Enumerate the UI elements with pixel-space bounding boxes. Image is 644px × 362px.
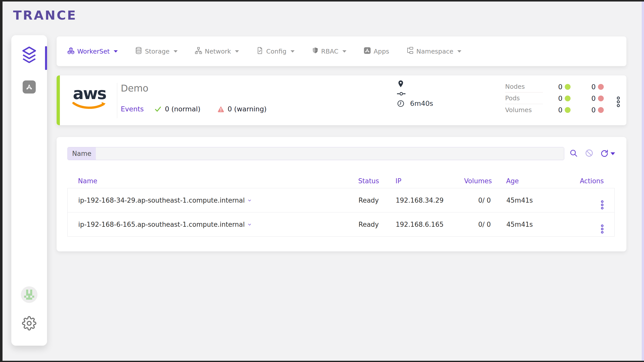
check-icon: [154, 105, 162, 113]
app-store-icon: [364, 47, 371, 56]
aws-logo: aws: [71, 85, 108, 112]
table-header: Name Status IP Volumes Age Actions: [67, 175, 615, 187]
cluster-card: aws Demo Events 0 (normal): [57, 75, 626, 125]
settings-button[interactable]: [22, 316, 36, 332]
window-frame-top: [0, 0, 644, 2]
cluster-menu-button[interactable]: [617, 97, 620, 107]
user-avatar[interactable]: [21, 286, 37, 303]
divider: [117, 83, 117, 118]
database-icon: [135, 47, 142, 56]
node-age: 45m41s: [491, 221, 566, 228]
filter-field-selector[interactable]: Name: [68, 147, 96, 160]
sidebar-item-workloads[interactable]: [11, 46, 47, 65]
nav-item-config[interactable]: Config: [256, 47, 294, 56]
kebab-icon: [601, 200, 603, 203]
nav-label: Config: [266, 48, 286, 55]
trance-logo: TRANCE: [13, 8, 77, 23]
cubes-icon: [67, 47, 75, 56]
clear-filter-button[interactable]: [585, 149, 593, 158]
name-filter-input[interactable]: [96, 147, 564, 160]
window-frame-bottom: [0, 361, 644, 362]
kebab-icon: [617, 97, 620, 100]
warning-events: 0 (warning): [217, 105, 267, 113]
chevron-down-icon: [342, 50, 346, 53]
green-dot: [565, 84, 571, 90]
filter-toolbar: [569, 147, 615, 160]
chevron-down-icon: [235, 50, 239, 53]
cluster-age: 6m40s: [397, 100, 433, 107]
chevron-down-icon: [114, 50, 118, 53]
cluster-version: [397, 91, 433, 97]
node-ip: 192.168.34.29: [396, 197, 464, 204]
node-name: ip-192-168-34-29.ap-southeast-1.compute.…: [78, 197, 245, 204]
chevron-down-icon: [611, 152, 615, 155]
file-check-icon: [256, 47, 264, 56]
nav-item-network[interactable]: Network: [195, 47, 239, 56]
column-header-ip[interactable]: IP: [395, 177, 464, 185]
namespace-tree-icon: [406, 47, 414, 56]
chevron-down-icon: [174, 50, 178, 53]
column-header-status[interactable]: Status: [358, 177, 395, 185]
stat-label: Volumes: [505, 104, 543, 116]
location-pin-icon: [397, 80, 405, 88]
red-dot: [598, 107, 604, 113]
cluster-stats: Nodes 0 0 Pods 0 0: [505, 81, 604, 116]
kebab-icon: [601, 224, 603, 227]
nav-item-storage[interactable]: Storage: [135, 47, 178, 56]
search-button[interactable]: [569, 149, 578, 158]
stat-ok: 0: [543, 106, 571, 114]
shield-icon: [312, 47, 319, 56]
nodes-table-card: Name: [57, 137, 626, 251]
row-menu-button[interactable]: [601, 224, 603, 234]
table-row: ip-192-168-6-165.ap-southeast-1.compute.…: [67, 212, 615, 237]
nav-label: Apps: [374, 48, 389, 55]
app-window: TRANCE: [0, 0, 644, 362]
sidebar-footer: [11, 286, 47, 346]
cluster-region: [397, 80, 433, 88]
cluster-accent-bar: [57, 75, 60, 125]
node-ip: 192.168.6.165: [396, 221, 464, 228]
warning-icon: [217, 105, 225, 113]
column-header-volumes[interactable]: Volumes: [464, 177, 491, 185]
aws-logo-text: aws: [71, 85, 108, 102]
sidebar: [11, 35, 47, 346]
table-row: ip-192-168-34-29.ap-southeast-1.compute.…: [67, 188, 615, 212]
aws-smile-icon: [72, 102, 107, 111]
green-dot: [565, 96, 571, 101]
column-header-actions[interactable]: Actions: [566, 177, 604, 185]
stat-fail: 0: [574, 83, 604, 91]
page-scrollbar[interactable]: [642, 2, 644, 361]
window-frame-left: [0, 0, 3, 362]
events-link[interactable]: Events: [121, 105, 144, 113]
stat-row-pods: Pods 0 0: [505, 93, 604, 104]
column-header-age[interactable]: Age: [491, 177, 566, 185]
stat-row-nodes: Nodes 0 0: [505, 81, 604, 93]
sidebar-item-apps[interactable]: [11, 80, 47, 94]
git-commit-icon: [397, 91, 406, 97]
sitemap-icon: [195, 47, 202, 56]
app-store-icon: [23, 80, 36, 94]
nav-label: Namespace: [416, 48, 453, 55]
node-name-cell[interactable]: ip-192-168-6-165.ap-southeast-1.compute.…: [78, 221, 358, 228]
red-dot: [598, 96, 604, 101]
nav-item-apps[interactable]: Apps: [364, 47, 389, 56]
gear-icon: [22, 327, 36, 332]
stat-label: Pods: [505, 93, 543, 104]
chevron-down-icon: [457, 50, 461, 53]
red-dot: [598, 84, 604, 90]
node-name-cell[interactable]: ip-192-168-34-29.ap-southeast-1.compute.…: [78, 197, 358, 204]
nav-item-namespace[interactable]: Namespace: [406, 47, 461, 56]
nav-item-rbac[interactable]: RBAC: [312, 47, 347, 56]
chevron-down-icon: [291, 50, 295, 53]
node-name: ip-192-168-6-165.ap-southeast-1.compute.…: [78, 221, 245, 228]
clock-icon: [397, 100, 405, 107]
node-status: Ready: [358, 197, 396, 204]
normal-events: 0 (normal): [154, 105, 200, 113]
refresh-dropdown-button[interactable]: [600, 150, 615, 158]
nav-item-workerset[interactable]: WorkerSet: [67, 47, 118, 56]
events-row: Events 0 (normal) 0 (warning): [121, 105, 283, 113]
filter-bar: Name: [67, 147, 564, 160]
node-age: 45m41s: [491, 197, 566, 204]
row-menu-button[interactable]: [601, 200, 603, 209]
column-header-name[interactable]: Name: [78, 177, 358, 185]
